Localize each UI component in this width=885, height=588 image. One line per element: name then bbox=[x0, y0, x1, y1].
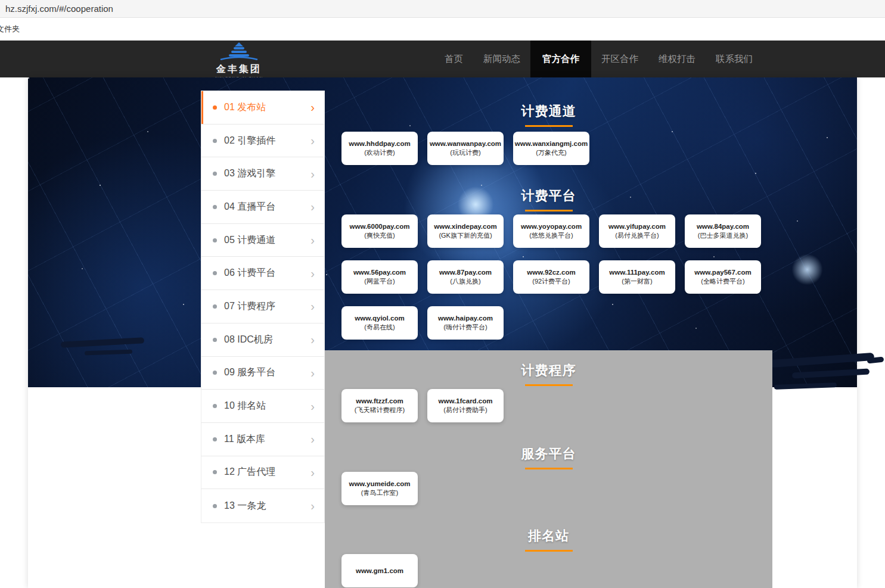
card-name: (玩玩计费) bbox=[450, 148, 480, 157]
chevron-right-icon: › bbox=[310, 234, 315, 246]
title-underline bbox=[525, 550, 573, 552]
card-url: www.gm1.com bbox=[356, 567, 403, 575]
card-name: (网蓝平台) bbox=[364, 277, 395, 286]
sidebar-item-label: 05 计费通道 bbox=[224, 234, 275, 247]
chevron-right-icon: › bbox=[310, 267, 315, 279]
card-row: www.hhddpay.com (欢动计费) www.wanwanpay.com… bbox=[341, 132, 765, 165]
sidebar-item-label: 06 计费平台 bbox=[224, 267, 275, 279]
partner-card[interactable]: www.87pay.com (八旗兑换) bbox=[427, 260, 504, 294]
sidebar-item-ad-agency[interactable]: 12 广告代理 › bbox=[201, 456, 324, 490]
bullet-icon bbox=[213, 338, 217, 342]
card-url: www.qyiol.com bbox=[355, 314, 404, 323]
card-url: www.yumeide.com bbox=[349, 480, 410, 489]
bookmarks-folder[interactable]: 文件夹 bbox=[0, 24, 20, 35]
chevron-right-icon: › bbox=[310, 334, 315, 346]
title-underline bbox=[525, 384, 573, 386]
partner-card[interactable]: www.pay567.com (全略计费平台) bbox=[685, 260, 761, 294]
partner-card[interactable]: www.wanwanpay.com (玩玩计费) bbox=[427, 132, 504, 165]
section-title-ranking-sites: 排名站 bbox=[325, 527, 772, 552]
partner-card[interactable]: www.111pay.com (第一财富) bbox=[599, 260, 675, 294]
nav-item-contact[interactable]: 联系我们 bbox=[706, 41, 763, 77]
sidebar-item-version-library[interactable]: 11 版本库 › bbox=[201, 423, 324, 456]
card-name: (易付兑换平台) bbox=[615, 231, 659, 240]
sidebar-item-label: 03 游戏引擎 bbox=[224, 167, 275, 180]
card-url: www.hhddpay.com bbox=[349, 139, 411, 148]
partner-card[interactable]: www.wanxiangmj.com (万象代充) bbox=[513, 132, 589, 165]
card-name: (八旗兑换) bbox=[450, 277, 480, 286]
sidebar-item-label: 12 广告代理 bbox=[224, 466, 275, 478]
chevron-right-icon: › bbox=[310, 201, 315, 213]
page-wrapper: 01 发布站 › 02 引擎插件 › 03 游戏引擎 › 04 直播平台 › 0… bbox=[28, 77, 857, 588]
sidebar-item-release-sites[interactable]: 01 发布站 › bbox=[201, 91, 324, 125]
sidebar-item-ranking-sites[interactable]: 10 排名站 › bbox=[201, 390, 324, 423]
partner-card[interactable]: www.ftzzf.com (飞天猪计费程序) bbox=[341, 389, 418, 422]
title-underline bbox=[525, 468, 573, 469]
chevron-right-icon: › bbox=[310, 135, 315, 147]
bullet-icon bbox=[213, 105, 217, 110]
partner-card[interactable]: www.1fcard.com (易付计费助手) bbox=[427, 389, 504, 422]
partner-card[interactable]: www.6000pay.com (爽快充值) bbox=[341, 214, 418, 248]
partner-card[interactable]: www.yumeide.com (青鸟工作室) bbox=[341, 472, 418, 505]
browser-address-bar[interactable]: hz.szjfxj.com/#/cooperation bbox=[0, 0, 885, 18]
section-heading: 计费通道 bbox=[325, 102, 772, 120]
page-url: hz.szjfxj.com/#/cooperation bbox=[5, 4, 113, 14]
sidebar-item-idc-rooms[interactable]: 08 IDC机房 › bbox=[201, 323, 324, 357]
nav-item-open-zone[interactable]: 开区合作 bbox=[591, 41, 648, 77]
title-underline bbox=[525, 210, 573, 211]
sidebar-item-label: 01 发布站 bbox=[224, 101, 266, 114]
sidebar-item-label: 10 排名站 bbox=[224, 400, 266, 412]
card-name: (巴士多渠道兑换) bbox=[698, 231, 748, 240]
site-logo[interactable]: 金丰集团 JIN FENG JI TUAN bbox=[212, 42, 266, 80]
card-row: www.ftzzf.com (飞天猪计费程序) www.1fcard.com (… bbox=[341, 389, 765, 422]
partner-card[interactable]: www.yoyopay.com (悠悠兑换平台) bbox=[513, 214, 589, 248]
nav-item-rights[interactable]: 维权打击 bbox=[648, 41, 706, 77]
card-name: (第一财富) bbox=[622, 277, 652, 286]
sidebar-item-game-engines[interactable]: 03 游戏引擎 › bbox=[201, 157, 324, 191]
section-heading: 排名站 bbox=[325, 527, 772, 545]
sidebar-item-live-platforms[interactable]: 04 直播平台 › bbox=[201, 191, 324, 224]
nav-item-home[interactable]: 首页 bbox=[434, 41, 473, 77]
logo-title: 金丰集团 bbox=[212, 63, 266, 76]
partner-card[interactable]: www.84pay.com (巴士多渠道兑换) bbox=[685, 214, 761, 248]
card-url: www.111pay.com bbox=[609, 268, 664, 277]
bullet-icon bbox=[213, 304, 217, 309]
partner-card[interactable]: www.gm1.com bbox=[341, 554, 418, 587]
partner-card[interactable]: www.qyiol.com (奇易在线) bbox=[341, 306, 418, 340]
card-name: (爽快充值) bbox=[364, 231, 395, 240]
chevron-right-icon: › bbox=[310, 300, 315, 312]
sidebar-item-billing-channels[interactable]: 05 计费通道 › bbox=[201, 224, 324, 257]
partner-card[interactable]: www.56pay.com (网蓝平台) bbox=[341, 260, 418, 294]
card-row: www.gm1.com bbox=[341, 554, 765, 587]
sidebar-item-one-stop[interactable]: 13 一条龙 › bbox=[201, 489, 324, 522]
partner-card[interactable]: www.92cz.com (92计费平台) bbox=[513, 260, 589, 294]
partner-card[interactable]: www.hhddpay.com (欢动计费) bbox=[341, 132, 418, 165]
bullet-icon bbox=[213, 139, 217, 143]
sidebar-item-label: 04 直播平台 bbox=[224, 201, 275, 213]
nav-item-news[interactable]: 新闻动态 bbox=[473, 41, 530, 77]
main-content: 计费通道 www.hhddpay.com (欢动计费) www.wanwanpa… bbox=[325, 77, 772, 588]
partner-card[interactable]: www.yifupay.com (易付兑换平台) bbox=[599, 214, 675, 248]
bullet-icon bbox=[213, 504, 217, 508]
partner-card[interactable]: www.xindepay.com (GK旗下新的充值) bbox=[427, 214, 504, 248]
chevron-right-icon: › bbox=[310, 101, 315, 113]
card-name: (欢动计费) bbox=[364, 148, 395, 157]
card-name: (悠悠兑换平台) bbox=[529, 231, 573, 240]
card-url: www.yifupay.com bbox=[608, 222, 666, 231]
chevron-right-icon: › bbox=[310, 500, 315, 512]
bullet-icon bbox=[213, 437, 217, 441]
card-url: www.haipay.com bbox=[438, 314, 493, 323]
nav-item-cooperation[interactable]: 官方合作 bbox=[530, 41, 591, 77]
sidebar-item-engine-plugins[interactable]: 02 引擎插件 › bbox=[201, 125, 324, 158]
bookmarks-bar: 文件夹 bbox=[0, 18, 885, 41]
main-nav: 首页 新闻动态 官方合作 开区合作 维权打击 联系我们 bbox=[434, 41, 763, 77]
sidebar-item-billing-programs[interactable]: 07 计费程序 › bbox=[201, 290, 324, 323]
sidebar-item-label: 13 一条龙 bbox=[224, 500, 266, 512]
card-row: www.yumeide.com (青鸟工作室) bbox=[341, 472, 765, 505]
sidebar-item-label: 07 计费程序 bbox=[224, 300, 275, 313]
partner-card[interactable]: www.haipay.com (嗨付计费平台) bbox=[427, 306, 504, 340]
section-title-service-platforms: 服务平台 bbox=[325, 445, 772, 469]
card-name: (青鸟工作室) bbox=[361, 489, 398, 497]
sidebar-item-billing-platforms[interactable]: 06 计费平台 › bbox=[201, 257, 324, 290]
sidebar-item-service-platforms[interactable]: 09 服务平台 › bbox=[201, 357, 324, 390]
sidebar-item-label: 09 服务平台 bbox=[224, 366, 275, 379]
